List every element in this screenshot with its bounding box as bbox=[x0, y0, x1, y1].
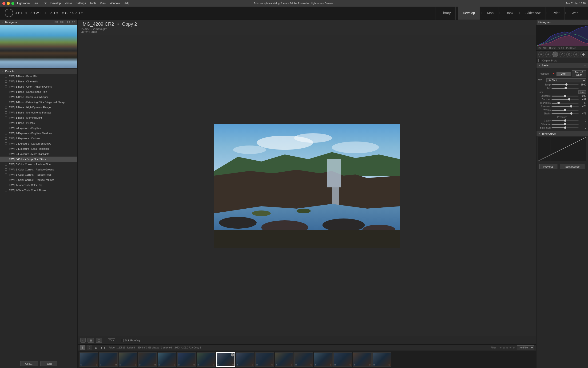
wb-select[interactable]: As Shot bbox=[546, 78, 586, 83]
view-survey[interactable]: ◫ bbox=[96, 338, 102, 343]
list-item[interactable]: TtW | 1-Base - Extending DR - Crispy and… bbox=[0, 100, 77, 105]
saturation-handle[interactable] bbox=[564, 126, 566, 129]
highlights-slider[interactable] bbox=[552, 103, 579, 104]
soft-proofing-toggle[interactable]: Soft Proofing bbox=[121, 339, 140, 342]
tab-slideshow[interactable]: Slideshow bbox=[521, 7, 545, 19]
menu-edit[interactable]: Edit bbox=[42, 2, 47, 5]
original-photo-checkbox[interactable] bbox=[538, 59, 541, 62]
page-2[interactable]: 2 bbox=[87, 345, 92, 350]
tool-grid[interactable]: ⊞ bbox=[538, 52, 544, 57]
saturation-slider[interactable] bbox=[552, 127, 579, 128]
blacks-handle[interactable] bbox=[570, 112, 572, 115]
filmstrip-nav-left[interactable]: ◂ bbox=[100, 346, 102, 350]
clarity-handle[interactable] bbox=[564, 119, 566, 122]
highlights-handle[interactable] bbox=[557, 102, 560, 104]
list-item[interactable]: TtW | 3-Color Correct - Reduce Yellows bbox=[0, 177, 77, 183]
list-item[interactable]: TtW | 1-Base - Monochrome Fantasy bbox=[0, 110, 77, 115]
vibrance-slider[interactable] bbox=[552, 124, 579, 125]
list-item[interactable]: TtW | 2-Exposure - Darken bbox=[0, 136, 77, 141]
clarity-slider[interactable] bbox=[552, 120, 579, 121]
list-item[interactable]: ⊞⊡ bbox=[119, 352, 137, 367]
star-1[interactable]: ★ bbox=[499, 346, 502, 350]
menu-tools[interactable]: Tools bbox=[90, 2, 96, 5]
histogram-collapse[interactable]: ▼ bbox=[584, 21, 586, 23]
vibrance-handle[interactable] bbox=[564, 123, 566, 125]
tool-radial[interactable]: ◎ bbox=[573, 52, 579, 57]
tab-web[interactable]: Web bbox=[567, 7, 583, 19]
list-item[interactable]: ⊞⊡ bbox=[294, 352, 313, 367]
contrast-handle[interactable] bbox=[568, 98, 570, 101]
eyedropper-tool[interactable]: 🔺 bbox=[552, 72, 555, 75]
view-mode-selector[interactable]: YY ▾ bbox=[108, 338, 115, 342]
menu-view[interactable]: View bbox=[100, 2, 106, 5]
menu-lightroom[interactable]: Lightroom bbox=[17, 2, 30, 5]
color-btn[interactable]: Color bbox=[556, 72, 570, 76]
list-item[interactable]: TtW | 1-Base - Color - Autumn Colors bbox=[0, 84, 77, 89]
list-item[interactable]: TtW | 1-Base - High Dynamic Range bbox=[0, 105, 77, 110]
menu-settings[interactable]: Settings bbox=[76, 2, 86, 5]
tint-handle[interactable] bbox=[564, 87, 567, 89]
exposure-handle[interactable] bbox=[564, 95, 566, 97]
filmstrip-nav-right[interactable]: ▸ bbox=[105, 346, 106, 350]
whites-handle[interactable] bbox=[564, 109, 566, 111]
tab-book[interactable]: Book bbox=[501, 7, 518, 19]
list-item[interactable]: ⊞⊡ bbox=[314, 352, 333, 367]
zoom-fill[interactable]: FILL bbox=[60, 21, 65, 24]
list-item[interactable]: TtW | 2-Exposure - More Highlights bbox=[0, 151, 77, 156]
list-item[interactable]: TtW | 1-Base - Cinematic bbox=[0, 79, 77, 84]
list-item[interactable]: ⊞⊡ bbox=[79, 352, 98, 367]
list-item[interactable]: TtW | 3-Color Correct - Reduce Greens bbox=[0, 167, 77, 172]
list-item[interactable]: ⊞⊡ bbox=[177, 352, 196, 367]
presets-header[interactable]: ▼ Presets bbox=[0, 69, 77, 74]
blacks-slider[interactable] bbox=[552, 113, 579, 114]
tool-gradient[interactable]: ◫ bbox=[566, 52, 572, 57]
bw-btn[interactable]: Black & White bbox=[572, 70, 586, 77]
list-item[interactable]: TtW | 1-Base - Punchy bbox=[0, 120, 77, 126]
star-3[interactable]: ★ bbox=[506, 346, 509, 350]
tab-print[interactable]: Print bbox=[548, 7, 564, 19]
close-button[interactable] bbox=[2, 2, 5, 5]
view-compare[interactable]: ▦ bbox=[88, 338, 94, 343]
list-item[interactable]: ⊞⊡ bbox=[275, 352, 294, 367]
tool-spot[interactable]: ○ bbox=[553, 52, 558, 57]
list-item[interactable]: TtW | 1-Base - Down to a Whisper bbox=[0, 94, 77, 100]
menu-window[interactable]: Window bbox=[110, 2, 120, 5]
zoom-1-1[interactable]: 1:1 bbox=[67, 21, 70, 24]
list-item[interactable]: ⊞⊡ bbox=[255, 352, 274, 367]
tab-library[interactable]: Library bbox=[436, 7, 456, 19]
list-item[interactable]: ⊞⊡ bbox=[138, 352, 157, 367]
list-item[interactable]: 2⊞⊡ bbox=[216, 352, 235, 367]
list-item[interactable]: TtW | 2-Exposure - Brighten bbox=[0, 126, 77, 131]
auto-btn[interactable]: Auto bbox=[578, 90, 586, 94]
tone-curve-header[interactable]: ▼ Tone Curve bbox=[536, 131, 588, 136]
view-single[interactable]: ▪ bbox=[80, 338, 86, 343]
list-item[interactable]: ⊞⊡ bbox=[333, 352, 352, 367]
temp-handle[interactable] bbox=[565, 83, 568, 86]
list-item[interactable]: TtW | 3-Color Correct - Reduce Blue bbox=[0, 162, 77, 167]
list-item[interactable]: TtW | 1-Base - Basic Film bbox=[0, 74, 77, 79]
list-item[interactable]: TtW | 3-Color - Deep Blue Skies bbox=[0, 156, 77, 162]
minimize-button[interactable] bbox=[7, 2, 10, 5]
basic-section-header[interactable]: ▼ Basic ⊡ bbox=[536, 63, 588, 68]
contrast-slider[interactable] bbox=[552, 99, 579, 100]
list-item[interactable]: ⊞⊡ bbox=[158, 352, 176, 367]
list-item[interactable]: TtW | 1-Base - Morning Light bbox=[0, 115, 77, 120]
shadows-slider[interactable] bbox=[552, 106, 579, 107]
navigator-header[interactable]: ▼ Navigator FIT FILL 1:1 3:1 bbox=[0, 19, 77, 25]
paste-button[interactable]: Paste bbox=[40, 361, 57, 366]
list-item[interactable]: ⊞⊡ bbox=[197, 352, 215, 367]
page-1[interactable]: 1 bbox=[80, 345, 85, 350]
zoom-3-1[interactable]: 3:1 bbox=[72, 21, 76, 24]
soft-proofing-checkbox[interactable] bbox=[121, 339, 124, 342]
tab-develop[interactable]: Develop bbox=[458, 7, 480, 19]
temp-slider[interactable] bbox=[552, 84, 579, 85]
list-item[interactable]: ⊞⊡ bbox=[353, 352, 372, 367]
list-item[interactable]: ⊞⊡ bbox=[99, 352, 118, 367]
list-item[interactable]: TtW | 1-Base - Dance In the Rain bbox=[0, 89, 77, 94]
tool-crop[interactable]: ⊕ bbox=[545, 52, 551, 57]
list-item[interactable]: TtW | 4-Tone/Tint - Cool It Down bbox=[0, 188, 77, 193]
list-item[interactable]: ⊞⊡ bbox=[236, 352, 255, 367]
list-item[interactable]: TtW | 2-Exposure - Darken Shadows bbox=[0, 141, 77, 146]
menu-help[interactable]: Help bbox=[124, 2, 130, 5]
menu-develop[interactable]: Develop bbox=[50, 2, 61, 5]
